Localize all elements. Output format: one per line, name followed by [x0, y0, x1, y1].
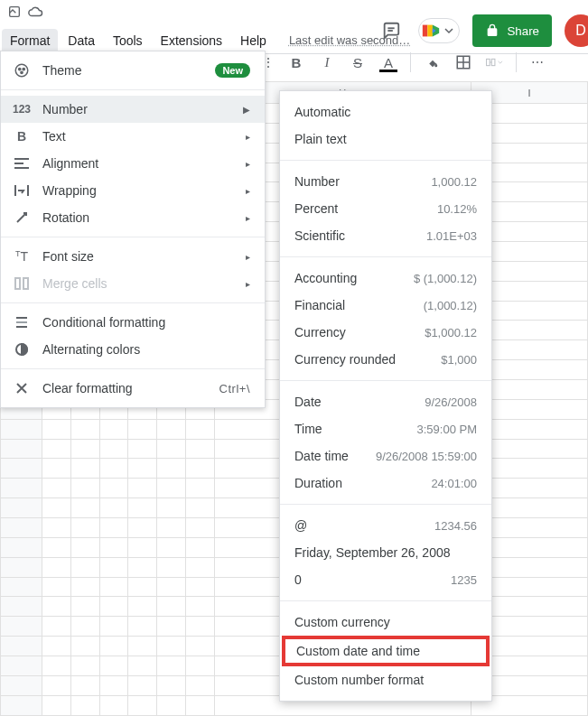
numfmt-scientific[interactable]: Scientific1.01E+03	[280, 222, 491, 249]
format-merge-cells: Merge cells ▸	[1, 270, 265, 297]
svg-point-15	[23, 68, 24, 70]
menu-extensions[interactable]: Extensions	[153, 29, 230, 52]
theme-icon	[14, 62, 30, 79]
svg-rect-4	[428, 25, 434, 37]
chevron-right-icon: ▶	[243, 105, 250, 115]
numfmt-custom-datetime[interactable]: Custom date and time	[282, 636, 490, 666]
chevron-right-icon: ▸	[246, 252, 250, 262]
format-number[interactable]: 123 Number ▶	[1, 96, 265, 123]
new-badge: New	[215, 63, 250, 78]
clear-icon	[14, 381, 30, 395]
avatar[interactable]: D	[565, 14, 588, 47]
share-label: Share	[507, 24, 539, 38]
format-text[interactable]: B Text ▸	[1, 123, 265, 150]
chevron-right-icon: ▸	[246, 132, 250, 142]
merge-icon	[14, 277, 30, 290]
numfmt-financial[interactable]: Financial(1,000.12)	[280, 292, 491, 319]
numfmt-automatic[interactable]: Automatic	[280, 98, 491, 126]
chevron-right-icon: ▸	[246, 279, 250, 289]
borders-icon[interactable]	[454, 54, 472, 70]
number-icon: 123	[14, 103, 30, 116]
strikethrough-icon[interactable]: S	[349, 55, 367, 70]
svg-point-13	[15, 64, 28, 77]
text-format-toolbar: ⋮ B I S A ⋯	[271, 52, 547, 72]
conditional-icon	[14, 316, 30, 329]
svg-point-14	[19, 68, 21, 70]
menu-data[interactable]: Data	[60, 29, 103, 52]
format-rotation[interactable]: Rotation ▸	[1, 204, 265, 231]
numfmt-currency-rounded[interactable]: Currency rounded$1,000	[280, 346, 491, 373]
numfmt-accounting[interactable]: Accounting$ (1,000.12)	[280, 265, 491, 292]
numfmt-atsign[interactable]: @1234.56	[280, 512, 491, 539]
numfmt-percent[interactable]: Percent10.12%	[280, 195, 491, 222]
text-color-icon[interactable]: A	[379, 55, 397, 70]
fill-color-icon[interactable]	[424, 54, 442, 70]
svg-rect-11	[491, 59, 495, 65]
meet-button[interactable]	[418, 18, 460, 43]
shortcut-label: Ctrl+\	[219, 382, 250, 395]
more-options-icon[interactable]: ⋯	[529, 55, 547, 70]
number-submenu: Automatic Plain text Number1,000.12 Perc…	[279, 90, 492, 702]
bold-menu-icon: B	[14, 129, 30, 144]
numfmt-date[interactable]: Date9/26/2008	[280, 388, 491, 415]
chevron-right-icon: ▸	[246, 186, 250, 196]
chevron-right-icon: ▸	[246, 213, 250, 223]
menu-tools[interactable]: Tools	[105, 29, 151, 52]
format-alternating-colors[interactable]: Alternating colors	[1, 336, 265, 363]
format-clear[interactable]: Clear formatting Ctrl+\	[1, 375, 265, 402]
share-button[interactable]: Share	[472, 14, 552, 47]
menu-format[interactable]: Format	[2, 29, 58, 52]
svg-point-16	[21, 71, 23, 73]
svg-rect-22	[15, 278, 20, 289]
numfmt-datetime[interactable]: Date time9/26/2008 15:59:00	[280, 442, 491, 470]
svg-rect-23	[23, 278, 28, 289]
numfmt-zero[interactable]: 01235	[280, 566, 491, 593]
fontsize-icon: TT	[14, 249, 30, 264]
numfmt-currency[interactable]: Currency$1,000.12	[280, 319, 491, 346]
format-font-size[interactable]: TT Font size ▸	[1, 243, 265, 270]
numfmt-longdate[interactable]: Friday, September 26, 2008	[280, 539, 491, 566]
format-conditional[interactable]: Conditional formatting	[1, 309, 265, 336]
cloud-icon[interactable]	[27, 5, 43, 18]
svg-rect-10	[487, 59, 490, 65]
comment-history-icon[interactable]	[377, 16, 406, 45]
numfmt-custom-number[interactable]: Custom number format	[280, 666, 491, 693]
italic-icon[interactable]: I	[318, 55, 336, 70]
menu-help[interactable]: Help	[232, 29, 275, 52]
numfmt-plain[interactable]: Plain text	[280, 126, 491, 153]
numfmt-number[interactable]: Number1,000.12	[280, 168, 491, 195]
format-theme[interactable]: Theme New	[1, 57, 265, 84]
svg-rect-3	[423, 25, 428, 37]
merge-cells-icon[interactable]	[485, 54, 503, 70]
format-wrapping[interactable]: Wrapping ▸	[1, 177, 265, 204]
altcolors-icon	[14, 342, 30, 357]
format-dropdown: Theme New 123 Number ▶ B Text ▸ Alignmen…	[0, 51, 266, 408]
star-icon[interactable]	[7, 5, 22, 19]
numfmt-duration[interactable]: Duration24:01:00	[280, 470, 491, 497]
numfmt-custom-currency[interactable]: Custom currency	[280, 609, 491, 636]
rotation-icon	[14, 210, 30, 225]
wrap-icon	[14, 184, 30, 197]
chevron-right-icon: ▸	[246, 159, 250, 169]
format-alignment[interactable]: Alignment ▸	[1, 150, 265, 177]
numfmt-time[interactable]: Time3:59:00 PM	[280, 415, 491, 442]
bold-icon[interactable]: B	[287, 55, 305, 70]
align-icon	[14, 157, 30, 170]
